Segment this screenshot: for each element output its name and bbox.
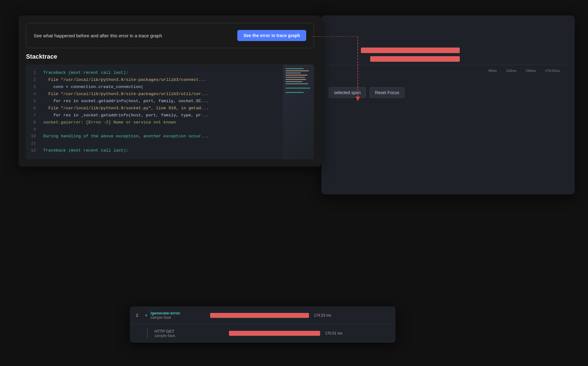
code-line-10: During handling of the above exception, … — [43, 133, 314, 140]
span-controls: selected span Reset Focus — [321, 82, 575, 103]
span-bar-area-1: 174.53 ms — [204, 313, 389, 318]
code-line-8: socket.gaierror: [Errno -2] Name or serv… — [43, 119, 314, 126]
time-label-1: 90ms — [489, 69, 497, 73]
span-num-1: 2 — [136, 313, 142, 318]
time-axis: 90ms 120ms 150ms 174.53ms — [329, 65, 567, 76]
trace-bar-row-2 — [329, 56, 567, 62]
lower-trace-panel: 2 ▼ /generate-error sample-flask 174.53 … — [130, 306, 396, 343]
code-line-11 — [43, 140, 314, 147]
span-duration-1: 174.53 ms — [314, 313, 331, 318]
code-line-2: File "/usr/local/lib/python3.8/site-pack… — [43, 77, 314, 84]
span-bar-1 — [210, 313, 309, 318]
code-line-6: File "/usr/local/lib/python3.8/socket.py… — [43, 105, 314, 112]
code-block: 1 2 3 4 5 6 7 8 9 10 11 12 Traceba — [26, 64, 314, 159]
span-bar-area-2: 170.01 ms — [215, 331, 389, 336]
selected-span-label: selected span — [329, 87, 366, 98]
span-service-2: sample-flask — [154, 334, 175, 338]
span-row-1: 2 ▼ /generate-error sample-flask 174.53 … — [130, 306, 396, 324]
code-line-4: File "/usr/local/lib/python3.8/site-pack… — [43, 91, 314, 98]
span-service-1: sample-flask — [150, 315, 180, 320]
code-line-5: for res in socket.getaddrinfo(host, port… — [43, 98, 314, 105]
span-bar-2 — [229, 331, 320, 336]
trace-graph-panel: 90ms 120ms 150ms 174.53ms selected span … — [321, 15, 575, 194]
code-line-7: for res in _socket.getaddrinfo(host, por… — [43, 112, 314, 119]
trace-bar-2 — [370, 56, 460, 62]
span-row-2: HTTP GET sample-flask 170.01 ms — [141, 324, 396, 343]
code-lines: Traceback (most recent call last): File … — [40, 64, 314, 159]
stacktrace-title: Stacktrace — [26, 53, 314, 60]
span-row-1-left: 2 ▼ /generate-error sample-flask — [136, 311, 204, 320]
trace-banner: See what happened before and after this … — [26, 23, 314, 48]
span-row-2-left: HTTP GET sample-flask — [147, 329, 215, 338]
line-numbers: 1 2 3 4 5 6 7 8 9 10 11 12 — [26, 64, 40, 159]
span-route-1: /generate-error — [150, 311, 180, 315]
trace-timeline: 90ms 120ms 150ms 174.53ms — [321, 15, 575, 76]
code-line-9 — [43, 126, 314, 133]
code-line-12: Traceback (most recent call last): — [43, 147, 314, 154]
span-duration-2: 170.01 ms — [325, 331, 342, 335]
time-label-4: 174.53ms — [545, 69, 560, 73]
main-panel: See what happened before and after this … — [19, 15, 321, 167]
trace-bar-row-1 — [329, 48, 567, 53]
reset-focus-button[interactable]: Reset Focus — [370, 87, 404, 98]
span-route-2: HTTP GET — [154, 329, 175, 334]
trace-bar-1 — [361, 48, 460, 53]
code-line-1: Traceback (most recent call last): — [43, 69, 314, 77]
time-label-3: 150ms — [526, 69, 536, 73]
trace-banner-text: See what happened before and after this … — [34, 33, 162, 38]
stacktrace-section: Stacktrace 1 2 3 4 5 6 7 8 9 10 11 — [19, 53, 321, 167]
time-label-2: 120ms — [506, 69, 516, 73]
see-trace-button[interactable]: See the error in trace graph — [237, 30, 306, 41]
code-line-3: conn = connection.create_connection( — [43, 84, 314, 91]
chevron-down-icon-1[interactable]: ▼ — [145, 314, 148, 317]
code-thumbnail — [283, 64, 314, 159]
